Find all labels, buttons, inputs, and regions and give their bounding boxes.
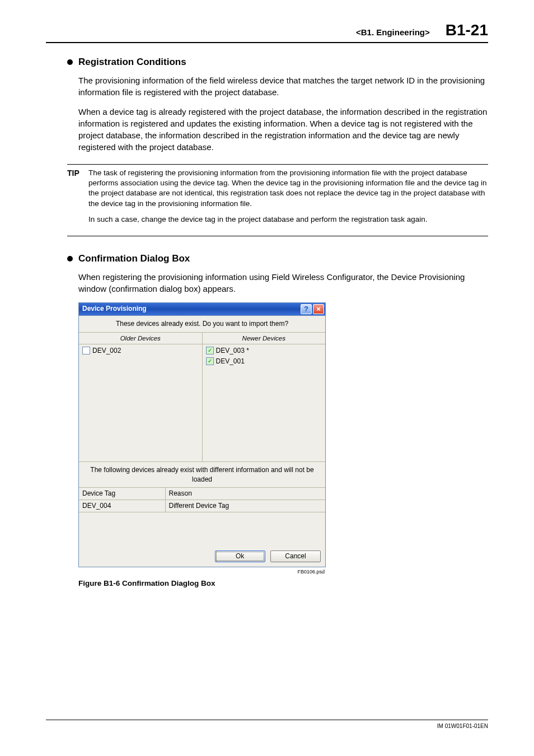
footer-doc-id: IM 01W01F01-01EN — [437, 723, 488, 729]
dialog-question: These devices already exist. Do you want… — [79, 316, 325, 333]
tip-paragraph: The task of registering the provisioning… — [88, 168, 488, 209]
paragraph: When a device tag is already registered … — [78, 106, 488, 153]
list-item[interactable]: DEV_002 — [82, 346, 199, 356]
device-label: DEV_001 — [216, 357, 245, 366]
tip-paragraph: In such a case, change the device tag in… — [88, 214, 488, 225]
page-header: <B1. Engineering> B1-21 — [46, 19, 488, 43]
help-button[interactable]: ? — [301, 304, 312, 314]
bullet-icon — [67, 59, 73, 65]
paragraph: The provisioning information of the fiel… — [78, 74, 488, 98]
close-button[interactable]: × — [313, 304, 324, 314]
list-item[interactable]: ✓ DEV_001 — [206, 356, 322, 367]
table-header-device-tag: Device Tag — [79, 488, 165, 500]
checkbox[interactable] — [82, 347, 90, 354]
tip-label: TIP — [67, 168, 88, 230]
conflict-table: Device Tag Reason DEV_004 Different Devi… — [79, 488, 325, 512]
bullet-icon — [67, 256, 73, 262]
list-item[interactable]: ✓ DEV_003 * — [206, 346, 322, 356]
device-label: DEV_003 * — [216, 346, 249, 356]
table-row: DEV_004 Different Device Tag — [79, 500, 325, 512]
figure-caption: Figure B1-6 Confirmation Diaglog Box — [78, 578, 488, 589]
dialog-message: The following devices already exist with… — [79, 462, 325, 488]
device-provisioning-dialog: Device Provisioning ? × These devices al… — [78, 302, 326, 567]
newer-devices-list: ✓ DEV_003 * ✓ DEV_001 — [203, 344, 326, 462]
figure-source-file: FB0106.psd — [78, 568, 325, 576]
device-label: DEV_002 — [92, 346, 121, 356]
header-page-number: B1-21 — [446, 19, 488, 41]
older-devices-list: DEV_002 — [79, 344, 202, 462]
cell-device-tag: DEV_004 — [79, 500, 165, 512]
table-header-reason: Reason — [165, 488, 325, 500]
column-header-newer: Newer Devices — [203, 333, 326, 344]
cell-reason: Different Device Tag — [165, 500, 325, 512]
dialog-titlebar[interactable]: Device Provisioning ? × — [79, 303, 325, 316]
header-section: <B1. Engineering> — [356, 26, 430, 38]
tip-block: TIP The task of registering the provisio… — [67, 164, 488, 236]
dialog-title: Device Provisioning — [82, 304, 147, 314]
page-footer: IM 01W01F01-01EN — [46, 720, 488, 730]
heading-confirmation-dialog: Confirmation Dialog Box — [67, 252, 488, 265]
checkbox[interactable]: ✓ — [206, 357, 214, 365]
checkbox[interactable]: ✓ — [206, 347, 214, 354]
paragraph: When registering the provisioning inform… — [78, 271, 488, 295]
heading-text: Confirmation Dialog Box — [78, 252, 190, 265]
heading-text: Registration Conditions — [78, 55, 186, 69]
cancel-button[interactable]: Cancel — [270, 550, 321, 562]
heading-registration-conditions: Registration Conditions — [67, 55, 488, 69]
column-header-older: Older Devices — [79, 333, 202, 344]
ok-button[interactable]: Ok — [215, 550, 265, 562]
